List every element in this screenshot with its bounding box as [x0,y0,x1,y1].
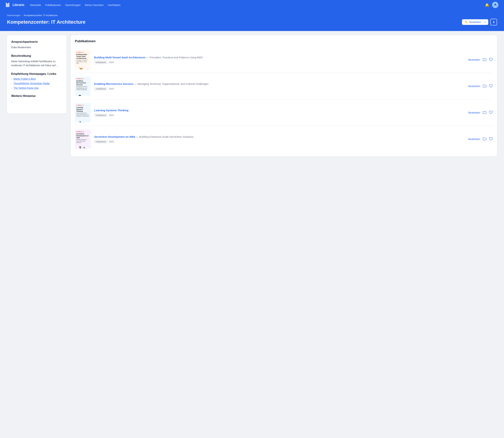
oreilly-badge: O'REILLY [76,104,89,106]
nav-favorites[interactable]: Meine Favoriten [85,3,104,7]
pub-actions-2: Bearbeiten [468,84,493,88]
sidebar-links-title: Empfehlung Homepages / Links [11,72,62,76]
svg-point-29 [79,122,82,122]
page-title-row: Kompetenzcenter: IT Architecture ✏️ Bear… [7,19,497,25]
book-cover-title: Enabling Microservice Success [76,80,89,86]
bullet-icon: ● [11,83,12,84]
pub-favorite-button-2[interactable] [489,84,493,88]
sidebar-notes-title: Weitere Hinweise [11,94,62,98]
pub-favorite-button-1[interactable] [489,58,493,62]
download-icon: ⬇ [493,21,495,24]
download-button[interactable]: ⬇ [490,19,497,25]
pub-title-2: Enabling Microservice Success — Managing… [94,82,465,86]
page-actions: ✏️ Bearbeiten ▾ ⬇ [462,19,497,25]
svg-rect-1 [7,3,8,7]
nav-links: Startseite Publikationen Sammlungen Mein… [30,3,479,7]
publications-panel: Publikationen O'REILLY Building Multi-Te… [71,35,497,156]
book-animal-robin [76,91,89,96]
pub-edit-button-1[interactable]: Bearbeiten [468,58,480,61]
nav-collections[interactable]: Sammlungen [65,3,81,7]
pub-info-1: Building Multi-Tenant SaaS Architectures… [94,55,465,64]
svg-point-21 [78,95,81,96]
pub-actions-3: Bearbeiten [468,110,493,115]
book-cover-title: Learning Systems Thinking [76,107,89,112]
list-item: ● The Twelve-Factor App [11,87,62,89]
pub-subtitle-text: — Building Enterprise-Scale Serverless S… [136,135,193,138]
book-animal-fox [76,64,89,69]
sidebar-link-twelve-factor[interactable]: The Twelve-Factor App [13,87,39,89]
sidebar-link-thoughtworks[interactable]: ThoughtWorks Technology Radar [13,82,50,85]
heart-icon [489,110,493,114]
svg-point-35 [79,146,81,148]
pub-folder-button-4[interactable] [483,137,486,141]
pub-title-text: Learning Systems Thinking [94,109,128,112]
oreilly-badge: O'REILLY [76,78,89,79]
book-cover-3: O'REILLY Learning Systems Thinking Essen… [75,103,91,122]
svg-point-3 [494,4,496,5]
table-row: O'REILLY Building Multi-Tenant SaaS Arch… [75,47,493,73]
sidebar-link-martin-fowler[interactable]: Martin Fowler's Blog [13,77,35,80]
pub-title-text: Serverless Development on AWS [94,135,135,138]
book-cover-4: O'REILLY Serverless Development on AWS B… [75,130,91,149]
book-animal-bluebird [76,117,89,122]
sidebar-contact-title: Ansprechpartnerin [11,40,62,44]
pub-folder-button-1[interactable] [483,58,486,62]
avatar[interactable] [492,2,498,8]
pub-subtitle-text: — Principles, Practices and Patterns Usi… [146,56,203,59]
notification-bell-icon[interactable]: 🔔 [485,3,489,7]
sidebar-links-section: Empfehlung Homepages / Links ● Martin Fo… [11,72,62,89]
book-cover-title: Building Multi-Tenant SaaS Architectures [76,54,89,59]
folder-icon [483,84,486,88]
logo[interactable]: Librario [6,2,24,8]
edit-button-label: Bearbeiten [469,21,481,23]
list-item: ● ThoughtWorks Technology Radar [11,82,62,85]
nav-home[interactable]: Startseite [30,3,41,7]
list-item: ● Martin Fowler's Blog [11,77,62,80]
pub-folder-button-3[interactable] [483,110,486,115]
sidebar-link-list: ● Martin Fowler's Blog ● ThoughtWorks Te… [11,77,62,89]
pub-favorite-button-3[interactable] [489,110,493,115]
book-cover-subtitle: Managing Technical, Organizational, and … [76,86,89,90]
pub-year: 2024 [109,61,114,64]
breadcrumb-parent[interactable]: Sammlungen [7,14,21,17]
pub-edit-button-3[interactable]: Bearbeiten [468,111,480,114]
book-cover-2: O'REILLY Enabling Microservice Success M… [75,77,91,96]
svg-rect-0 [6,3,7,7]
oreilly-badge: O'REILLY [76,52,89,53]
breadcrumb-current: Kompetenzcenter: IT Architecture [24,14,58,17]
pub-meta-1: Unbekannt 2024 [94,61,465,64]
pub-meta-4: Unbekannt 2024 [94,140,465,143]
status-badge: Unbekannt [94,140,107,143]
pub-favorite-button-4[interactable] [489,137,493,141]
pub-title-3: Learning Systems Thinking [94,109,465,112]
pub-info-2: Enabling Microservice Success — Managing… [94,82,465,91]
pub-title-text: Enabling Microservice Success [94,82,133,85]
nav-publications[interactable]: Publikationen [45,3,61,7]
pub-actions-4: Bearbeiten [468,137,493,141]
pub-edit-button-4[interactable]: Bearbeiten [468,138,480,141]
oreilly-badge: O'REILLY [76,131,89,132]
pub-folder-button-2[interactable] [483,84,486,88]
main-content: Ansprechpartnerin Erika Mustermann Besch… [0,31,504,161]
book-cover-subtitle: Essential Nonlinear Skills and Practices… [76,112,89,117]
table-row: O'REILLY Serverless Development on AWS B… [75,126,493,152]
publications-list: O'REILLY Building Multi-Tenant SaaS Arch… [75,47,493,152]
book-cover-title: Serverless Development on AWS [76,133,89,139]
edit-chevron-icon: ▾ [483,21,485,23]
heart-icon [489,84,493,88]
folder-icon [483,58,486,62]
nav-upload[interactable]: Hochladen [108,3,120,7]
pub-info-3: Learning Systems Thinking Unbekannt 2024 [94,109,465,117]
book-animal-ostrich [76,143,89,149]
pub-meta-3: Unbekannt 2024 [94,113,465,117]
nav-actions: 🔔 [485,2,498,8]
pub-edit-button-2[interactable]: Bearbeiten [468,85,480,88]
page-header: Sammlungen › Kompetenzcenter: IT Archite… [0,10,504,31]
status-badge: Unbekannt [94,87,107,91]
edit-button[interactable]: ✏️ Bearbeiten ▾ [462,19,488,25]
pub-year: 2024 [109,114,114,117]
sidebar-description-title: Beschreibung [11,54,62,58]
pub-subtitle-text: — Managing Technical, Organizational, an… [134,82,209,85]
pub-year: 2024 [109,140,114,143]
sidebar-notes-text: ... [11,99,62,103]
